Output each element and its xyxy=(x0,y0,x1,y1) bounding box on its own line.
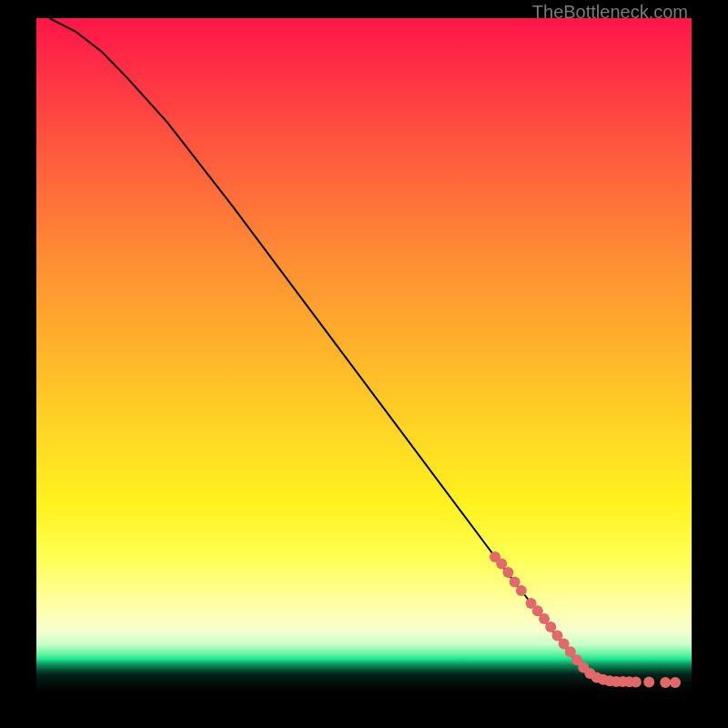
chart-container: TheBottleneck.com xyxy=(0,0,728,728)
data-marker xyxy=(643,677,654,688)
data-marker xyxy=(545,622,556,632)
plot-area xyxy=(36,18,692,692)
curve-svg xyxy=(36,18,692,692)
data-marker xyxy=(670,677,681,688)
marker-group xyxy=(490,551,681,688)
bottleneck-curve xyxy=(49,18,692,682)
data-marker xyxy=(516,585,527,596)
data-marker xyxy=(502,567,513,578)
data-marker xyxy=(510,576,521,587)
data-marker xyxy=(631,677,642,688)
data-marker xyxy=(660,677,671,688)
data-marker xyxy=(496,558,507,569)
